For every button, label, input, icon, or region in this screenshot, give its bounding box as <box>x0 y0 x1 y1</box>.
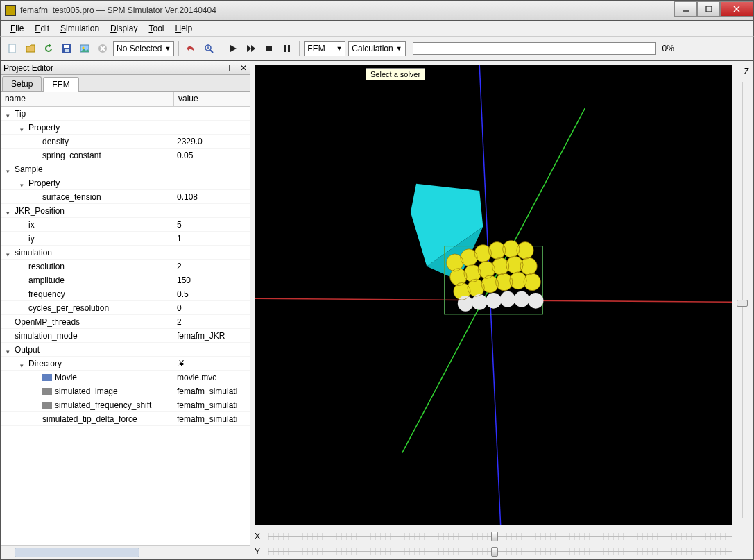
tree-name: resolution <box>28 262 65 271</box>
axis-label-x: X <box>255 532 268 541</box>
tree-row[interactable]: Property <box>1 176 250 190</box>
tree-row[interactable]: Moviemovie.mvc <box>1 371 250 384</box>
tree-body[interactable]: TipPropertydensity2329.0spring_constant0… <box>1 107 250 545</box>
tab-setup[interactable]: Setup <box>2 76 42 91</box>
panel-close-icon[interactable]: ✕ <box>240 63 247 73</box>
minimize-button[interactable] <box>674 1 697 17</box>
tree-row[interactable]: ix5 <box>1 218 250 232</box>
svg-rect-19 <box>288 45 290 52</box>
tree-row[interactable]: Directory.¥ <box>1 357 250 371</box>
disclosure-triangle-icon[interactable] <box>20 124 27 131</box>
tree-row[interactable]: iy1 <box>1 232 250 246</box>
menu-tool[interactable]: Tool <box>144 22 168 35</box>
tree-row[interactable]: Sample <box>1 162 250 176</box>
viewport-area: Select a solver <box>250 61 753 559</box>
play-button[interactable] <box>225 41 241 56</box>
svg-rect-6 <box>64 45 69 48</box>
image-button[interactable] <box>77 41 92 56</box>
tree-name: simulated_image <box>55 387 118 396</box>
disclosure-triangle-icon[interactable] <box>6 166 13 173</box>
tree-value[interactable]: 0 <box>174 303 182 313</box>
tree-value[interactable]: femafm_simulati <box>174 400 237 410</box>
tree-value[interactable]: 1 <box>174 234 182 244</box>
tree-name: Tip <box>15 109 26 119</box>
undo-button[interactable] <box>183 41 198 56</box>
stop-button[interactable] <box>262 41 277 56</box>
disclosure-triangle-icon[interactable] <box>6 207 13 214</box>
3d-viewport[interactable]: Select a solver <box>255 65 732 525</box>
tree-row[interactable]: JKR_Position <box>1 204 250 218</box>
menu-file[interactable]: File <box>6 22 28 35</box>
tree-value[interactable]: 150 <box>174 275 191 285</box>
tree-value[interactable]: femafm_simulati <box>174 414 237 424</box>
pause-button[interactable] <box>280 41 295 56</box>
tree-value[interactable]: 0.05 <box>174 151 193 160</box>
tree-value[interactable]: femafm_simulati <box>174 387 237 396</box>
tree-value[interactable]: 2 <box>174 262 182 271</box>
open-button[interactable] <box>23 41 38 56</box>
tree-value[interactable]: .¥ <box>174 359 184 368</box>
tree-row[interactable]: simulation_modefemafm_JKR <box>1 329 250 343</box>
menu-simulation[interactable]: Simulation <box>56 22 103 35</box>
svg-point-49 <box>528 293 543 309</box>
tree-value[interactable]: femafm_JKR <box>174 331 225 341</box>
tree-row[interactable]: resolution2 <box>1 260 250 273</box>
tree-row[interactable]: surface_tension0.108 <box>1 190 250 204</box>
z-slider[interactable] <box>737 82 748 518</box>
zoom-in-button[interactable] <box>201 41 216 56</box>
tree-row[interactable]: frequency0.5 <box>1 287 250 301</box>
disclosure-triangle-icon[interactable] <box>6 110 13 117</box>
selection-combo[interactable]: No Selected▼ <box>113 41 174 56</box>
disclosure-triangle-icon[interactable] <box>6 249 13 256</box>
tree-row[interactable]: amplitude150 <box>1 273 250 287</box>
disclosure-triangle-icon[interactable] <box>6 346 13 353</box>
tree-row[interactable]: cycles_per_resolution0 <box>1 301 250 315</box>
y-slider[interactable] <box>268 547 732 557</box>
undock-icon[interactable] <box>229 65 237 71</box>
tree-row[interactable]: simulated_tip_delta_forcefemafm_simulati <box>1 412 250 426</box>
tree-row[interactable]: spring_constant0.05 <box>1 149 250 162</box>
tree-name: Sample <box>15 164 43 174</box>
maximize-button[interactable] <box>697 1 720 17</box>
tree-value[interactable]: movie.mvc <box>174 373 216 382</box>
tree-name: cycles_per_resolution <box>28 303 109 313</box>
menu-edit[interactable]: Edit <box>31 22 53 35</box>
tree-name: Directory <box>28 359 62 368</box>
menu-help[interactable]: Help <box>171 22 196 35</box>
tree-row[interactable]: Output <box>1 343 250 357</box>
svg-point-45 <box>472 294 487 310</box>
col-value[interactable]: value <box>174 92 203 106</box>
x-slider[interactable] <box>268 532 732 541</box>
tree-value[interactable]: 0.108 <box>174 192 198 202</box>
horizontal-scrollbar[interactable] <box>1 545 250 559</box>
progress-percent: 0% <box>662 44 674 53</box>
solver-combo[interactable]: FEM▼ <box>304 41 345 56</box>
solver-combo-label: FEM <box>307 44 325 53</box>
refresh-button[interactable] <box>41 41 56 56</box>
disclosure-triangle-icon[interactable] <box>20 180 27 187</box>
tree-row[interactable]: density2329.0 <box>1 135 250 149</box>
close-button[interactable] <box>720 1 753 17</box>
tree-name: density <box>42 137 69 146</box>
tree-row[interactable]: simulated_frequency_shiftfemafm_simulati <box>1 398 250 412</box>
col-name[interactable]: name <box>1 92 174 106</box>
tree-value[interactable]: 5 <box>174 220 182 230</box>
tree-row[interactable]: simulated_imagefemafm_simulati <box>1 384 250 398</box>
tree-value[interactable]: 0.5 <box>174 289 189 299</box>
tab-fem[interactable]: FEM <box>43 77 78 92</box>
fastforward-button[interactable] <box>243 41 259 56</box>
tree-value[interactable]: 2329.0 <box>174 137 203 146</box>
progress-bar <box>413 42 656 55</box>
mode-combo[interactable]: Calculation▼ <box>348 41 405 56</box>
new-button[interactable] <box>5 41 20 56</box>
svg-point-44 <box>458 296 473 312</box>
tree-row[interactable]: Tip <box>1 107 250 121</box>
menu-display[interactable]: Display <box>106 22 142 35</box>
tree-value[interactable]: 2 <box>174 317 182 327</box>
tree-row[interactable]: simulation <box>1 246 250 260</box>
tree-row[interactable]: OpenMP_threads2 <box>1 315 250 329</box>
tree-row[interactable]: Property <box>1 121 250 135</box>
cancel-button[interactable] <box>95 41 110 56</box>
disclosure-triangle-icon[interactable] <box>20 360 27 367</box>
save-button[interactable] <box>59 41 74 56</box>
